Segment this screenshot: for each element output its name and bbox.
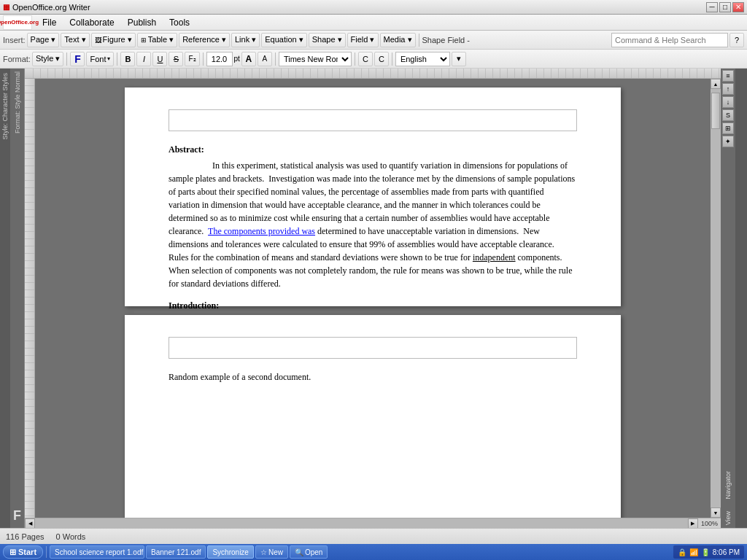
vertical-scrollbar: ▲ ▼ xyxy=(711,79,721,518)
h-scroll-track xyxy=(35,518,688,528)
scroll-left-button[interactable]: ◀ xyxy=(25,518,35,528)
start-button[interactable]: ⊞ Start xyxy=(3,545,43,559)
start-icon: ⊞ xyxy=(9,548,16,557)
font-name-dropdown[interactable]: Font▾ xyxy=(86,52,114,66)
menu-bar: OpenOffice.org File Collaborate Publish … xyxy=(0,15,747,31)
special-char-button[interactable]: F₂ xyxy=(185,52,199,66)
menu-tools[interactable]: Tools xyxy=(163,16,196,29)
taskbar-open[interactable]: 🔍 Open xyxy=(290,545,328,559)
horizontal-scrollbar: ◀ ▶ xyxy=(25,518,698,528)
taskbar: ⊞ Start School science report 1.odf Bann… xyxy=(0,544,747,560)
scroll-right-button[interactable]: ▶ xyxy=(688,518,698,528)
page-2-text[interactable]: Random example of a second document. xyxy=(169,370,577,384)
status-bar: 116 Pages 0 Words xyxy=(0,528,747,544)
figure-dropdown[interactable]: 🖼Figure ▾ xyxy=(91,33,136,47)
panel-icon-down[interactable]: ↓ xyxy=(722,96,734,108)
text-dropdown[interactable]: Text ▾ xyxy=(61,33,89,47)
underline-button[interactable]: U xyxy=(152,52,167,66)
panel-icon-grid[interactable]: ⊞ xyxy=(722,122,734,134)
menu-publish[interactable]: Publish xyxy=(122,16,162,29)
link-components[interactable]: The components provided was xyxy=(208,226,315,236)
more-options-btn[interactable]: ▾ xyxy=(452,52,466,66)
bold-button[interactable]: B xyxy=(120,52,135,66)
panel-icon-star[interactable]: ✦ xyxy=(722,136,734,147)
title-bar-left: ▦ OpenOffice.org Writer xyxy=(3,3,90,12)
abstract-title: Abstract: xyxy=(169,143,577,156)
language-select[interactable]: English xyxy=(395,52,450,66)
page-1-header xyxy=(169,109,577,131)
scroll-down-button[interactable]: ▼ xyxy=(711,508,721,518)
reference-dropdown[interactable]: Reference ▾ xyxy=(179,33,230,47)
table-dropdown[interactable]: ⊞Table ▾ xyxy=(137,33,177,47)
taskbar-doc1[interactable]: School science report 1.odf xyxy=(50,545,144,559)
taskbar-right: 🔒 📶 🔋 8:06 PM xyxy=(673,545,744,559)
document-canvas[interactable]: Abstract: In this experiment, statistica… xyxy=(35,79,711,518)
styles-label[interactable]: Style: Character Styles xyxy=(1,71,9,141)
toolbar-insert: Insert: Page ▾ Text ▾ 🖼Figure ▾ ⊞Table ▾… xyxy=(0,31,747,50)
openoffice-logo[interactable]: OpenOffice.org xyxy=(3,15,32,30)
equation-dropdown[interactable]: Equation ▾ xyxy=(261,33,306,47)
taskbar-doc2[interactable]: Banner 121.odf xyxy=(146,545,206,559)
right-panels: ≡ ↑ ↓ S ⊞ ✦ Navigator View xyxy=(721,69,747,528)
workspace: Style: Character Styles Format: Style No… xyxy=(0,69,747,528)
doc1-label: School science report 1.odf xyxy=(55,548,143,556)
strikethrough-button[interactable]: S xyxy=(169,52,183,66)
format-f-icon: F xyxy=(13,508,21,526)
scroll-thumb[interactable] xyxy=(711,93,720,129)
size-unit: pt xyxy=(234,55,240,63)
tray-icon-3: 🔋 xyxy=(701,548,710,556)
shape-dropdown[interactable]: Shape ▾ xyxy=(309,33,346,47)
media-dropdown[interactable]: Media ▾ xyxy=(380,33,416,47)
right-panel-icons: ≡ ↑ ↓ S ⊞ ✦ Navigator View xyxy=(721,69,735,528)
style-dropdown[interactable]: Style ▾ xyxy=(32,52,64,66)
close-button[interactable]: ✕ xyxy=(732,2,744,12)
doc2-label: Banner 121.odf xyxy=(151,548,201,556)
panel-icon-s[interactable]: S xyxy=(722,109,734,121)
font-size-up[interactable]: A xyxy=(241,52,256,66)
font-size-down[interactable]: A xyxy=(258,52,272,66)
sync-label: Sychronize xyxy=(212,548,248,556)
taskbar-new[interactable]: ☆ New xyxy=(255,545,288,559)
scroll-track xyxy=(711,89,721,508)
window-title: OpenOffice.org Writer xyxy=(12,3,90,12)
title-bar: ▦ OpenOffice.org Writer ─ □ ✕ xyxy=(0,0,747,15)
oo-logo-small: ▦ xyxy=(3,3,9,11)
word-count: 0 Words xyxy=(56,532,86,541)
format-label: Format: xyxy=(3,55,31,63)
abstract-body[interactable]: In this experiment, statistical analysis… xyxy=(169,159,577,290)
page-1: Abstract: In this experiment, statistica… xyxy=(125,88,621,306)
left-panel-styles: Style: Character Styles xyxy=(0,69,10,528)
field-dropdown[interactable]: Field ▾ xyxy=(347,33,379,47)
tray-icon-2: 📶 xyxy=(689,548,698,556)
scroll-up-button[interactable]: ▲ xyxy=(711,79,721,89)
color-btn-a[interactable]: C xyxy=(358,52,373,66)
color-btn-b[interactable]: C xyxy=(374,52,389,66)
page-2: Random example of a second document. xyxy=(125,315,621,518)
page-dropdown[interactable]: Page ▾ xyxy=(27,33,60,47)
toolbar-format: Format: Style ▾ F Font▾ B I U S F₂ pt A … xyxy=(0,50,747,69)
help-button[interactable]: ? xyxy=(729,33,744,47)
bottom-bar: ◀ ▶ 100% xyxy=(25,518,721,528)
italic-button[interactable]: I xyxy=(136,52,151,66)
taskbar-synchronize[interactable]: Sychronize xyxy=(207,545,253,559)
maximize-button[interactable]: □ xyxy=(719,2,731,12)
format-label-side[interactable]: Format: Style Normal xyxy=(14,70,21,135)
minimize-button[interactable]: ─ xyxy=(706,2,718,12)
font-icon-btn[interactable]: F xyxy=(70,52,85,66)
system-tray: 🔒 📶 🔋 8:06 PM xyxy=(673,545,744,559)
link-dropdown[interactable]: Link ▾ xyxy=(231,33,260,47)
taskbar-separator xyxy=(46,546,47,558)
title-bar-controls: ─ □ ✕ xyxy=(706,2,744,12)
right-panel-b xyxy=(735,69,747,528)
page-2-header xyxy=(169,337,577,359)
menu-collaborate[interactable]: Collaborate xyxy=(63,16,120,29)
font-size-input[interactable] xyxy=(206,52,233,66)
menu-file[interactable]: File xyxy=(36,16,62,29)
help-search-input[interactable] xyxy=(611,33,728,47)
panel-icon-list[interactable]: ≡ xyxy=(722,70,734,82)
view-label[interactable]: View xyxy=(724,510,732,526)
navigator-label[interactable]: Navigator xyxy=(724,470,732,501)
panel-icon-up[interactable]: ↑ xyxy=(722,83,734,95)
page-count: 116 Pages xyxy=(6,532,44,541)
font-family-select[interactable]: Times New Roman xyxy=(279,52,352,66)
